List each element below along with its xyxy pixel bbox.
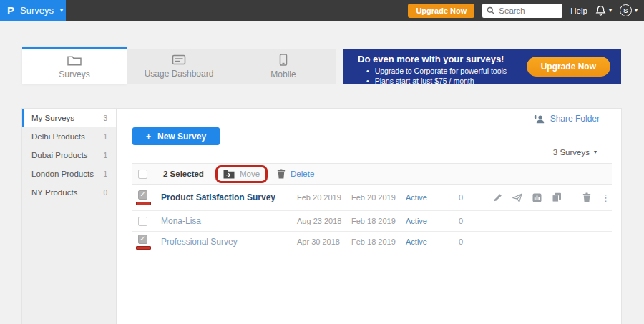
banner-upgrade-button[interactable]: Upgrade Now	[527, 57, 610, 77]
chevron-down-icon: ▾	[594, 149, 597, 155]
row-select-cell: ✓	[132, 235, 161, 250]
send-icon[interactable]	[512, 193, 522, 202]
sidebar-item-dubai-products[interactable]: Dubai Products 1	[22, 146, 116, 165]
banner-bullet: • Plans start at just $75 / month	[366, 76, 621, 86]
surveys-table: 2 Selected Move	[132, 163, 612, 252]
delete-button[interactable]: Delete	[277, 169, 314, 179]
row-checkbox[interactable]	[138, 217, 147, 226]
sidebar-item-london-products[interactable]: London Products 1	[22, 165, 116, 183]
tab-usage-dashboard[interactable]: Usage Dashboard	[127, 49, 231, 84]
check-icon: ✓	[140, 191, 145, 198]
reports-icon[interactable]	[532, 193, 542, 202]
avatar: S	[620, 4, 632, 16]
row-select-cell	[132, 217, 161, 226]
chevron-down-icon: ▾	[609, 8, 612, 14]
chevron-down-icon: ▾	[635, 8, 638, 14]
divider	[572, 192, 572, 203]
surveys-panel: Share Folder + New Survey 3 Surveys ▾ 2 …	[117, 109, 621, 324]
table-row: Mona-Lisa Aug 23 2018 Feb 18 2019 Active…	[132, 211, 612, 232]
status-badge: Active	[406, 217, 459, 225]
folder-count: 3	[103, 114, 107, 122]
survey-title-link[interactable]: Professional Survey	[161, 237, 297, 247]
move-folder-icon	[223, 170, 235, 179]
tab-surveys[interactable]: Surveys	[22, 47, 127, 84]
edit-icon[interactable]	[493, 193, 502, 202]
bullet-icon: •	[366, 76, 369, 86]
folder-count: 1	[103, 170, 107, 178]
more-icon[interactable]: ⋮	[601, 192, 610, 203]
created-date: Apr 30 2018	[297, 237, 351, 246]
annotation-underline	[136, 202, 151, 205]
surveys-count-label: 3 Surveys	[553, 148, 590, 157]
folder-label: NY Products	[31, 188, 77, 197]
tab-label: Mobile	[270, 69, 296, 79]
share-folder-label: Share Folder	[550, 114, 600, 124]
folder-icon	[67, 55, 82, 66]
help-link[interactable]: Help	[570, 6, 587, 15]
share-person-icon	[534, 114, 545, 124]
new-survey-label: New Survey	[157, 132, 206, 142]
brand-logo-icon: P	[7, 4, 14, 16]
modified-date: Feb 18 2019	[351, 217, 406, 225]
bulk-action-bar: 2 Selected Move	[132, 163, 612, 185]
plus-icon: +	[146, 132, 151, 142]
share-folder-link[interactable]: Share Folder	[534, 114, 600, 124]
sidebar-item-delhi-products[interactable]: Delhi Products 1	[22, 127, 116, 146]
folder-label: Delhi Products	[31, 132, 85, 141]
modified-date: Feb 20 2019	[351, 193, 406, 202]
topbar-right: Upgrade Now Help ▾ S ▾	[408, 4, 644, 18]
table-row: ✓ Product Satisfaction Survey Feb 20 201…	[132, 185, 612, 211]
copy-icon[interactable]	[552, 192, 562, 202]
responses-count: 0	[459, 217, 490, 225]
product-menu-label: Surveys	[20, 5, 54, 16]
banner-bullet-text: Plans start at just $75 / month	[375, 76, 474, 86]
topbar: P Surveys ▾ Upgrade Now Help ▾ S ▾	[0, 0, 644, 21]
folder-label: Dubai Products	[31, 151, 88, 159]
folder-count: 1	[103, 133, 107, 141]
tab-label: Usage Dashboard	[145, 69, 214, 79]
new-survey-button[interactable]: + New Survey	[132, 127, 220, 145]
folder-label: My Surveys	[31, 114, 74, 122]
move-button[interactable]: Move	[223, 170, 260, 179]
bullet-icon: •	[366, 66, 369, 76]
row-select-cell: ✓	[132, 190, 161, 205]
status-badge: Active	[406, 193, 459, 202]
section-tabs: Surveys Usage Dashboard Mobile	[22, 47, 336, 84]
selected-count-label: 2 Selected	[163, 170, 204, 178]
notifications-button[interactable]: ▾	[595, 5, 612, 16]
survey-title-link[interactable]: Mona-Lisa	[161, 216, 297, 226]
responses-count: 0	[459, 193, 490, 202]
folder-label: London Products	[31, 170, 94, 178]
delete-label: Delete	[291, 170, 314, 178]
banner-bullet-text: Upgrade to Corporate for powerful tools	[375, 66, 507, 76]
table-row: ✓ Professional Survey Apr 30 2018 Feb 18…	[132, 232, 612, 252]
row-actions: ⋮	[490, 192, 612, 203]
created-date: Feb 20 2019	[297, 193, 351, 202]
folder-count: 1	[103, 152, 107, 159]
select-all-checkbox[interactable]	[138, 170, 147, 179]
content-card: My Surveys 3 Delhi Products 1 Dubai Prod…	[22, 109, 621, 324]
row-checkbox[interactable]: ✓	[138, 235, 147, 244]
tab-mobile[interactable]: Mobile	[231, 49, 336, 84]
upgrade-now-button[interactable]: Upgrade Now	[408, 4, 474, 18]
row-checkbox[interactable]: ✓	[138, 190, 147, 200]
created-date: Aug 23 2018	[297, 217, 351, 225]
chevron-down-icon: ▾	[60, 8, 63, 14]
move-label: Move	[240, 170, 260, 178]
account-menu[interactable]: S ▾	[620, 4, 638, 16]
delete-icon[interactable]	[582, 192, 591, 202]
dashboard-icon	[172, 54, 186, 65]
sidebar-item-ny-products[interactable]: NY Products 0	[22, 183, 116, 202]
tab-label: Surveys	[59, 69, 89, 79]
annotation-box: Move	[215, 165, 268, 183]
modified-date: Feb 18 2019	[351, 237, 406, 246]
product-switcher[interactable]: P Surveys ▾	[0, 0, 66, 21]
survey-title-link[interactable]: Product Satisfaction Survey	[161, 192, 297, 202]
bell-icon	[595, 5, 606, 16]
surveys-count-dropdown[interactable]: 3 Surveys ▾	[553, 148, 597, 157]
sidebar-item-my-surveys[interactable]: My Surveys 3	[22, 109, 116, 127]
folders-sidebar: My Surveys 3 Delhi Products 1 Dubai Prod…	[22, 109, 117, 324]
mobile-icon	[279, 54, 288, 66]
annotation-underline	[136, 246, 151, 250]
search-box	[482, 4, 562, 18]
